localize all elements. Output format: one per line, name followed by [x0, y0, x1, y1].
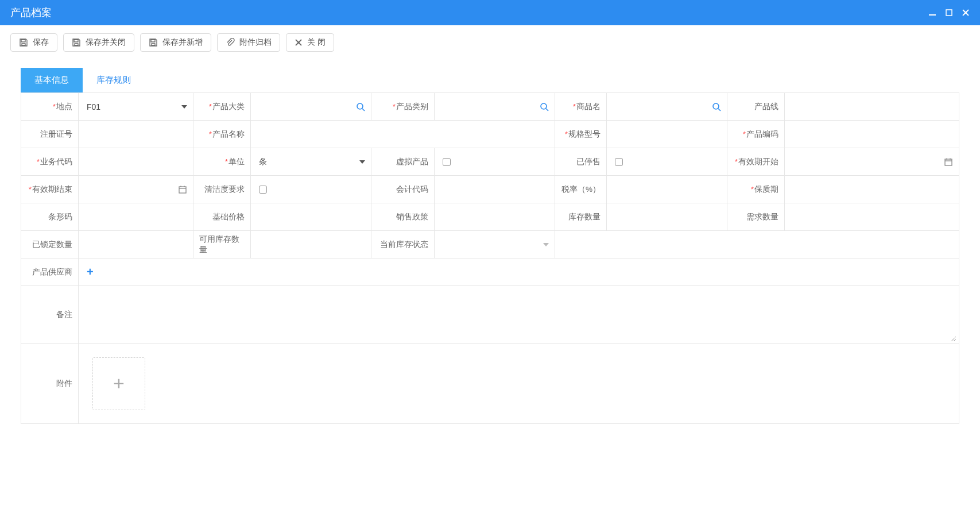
- save-icon: [149, 38, 158, 47]
- unit-select[interactable]: 条: [251, 148, 371, 176]
- shelf-life-input[interactable]: [785, 176, 959, 203]
- page-title: 产品档案: [10, 6, 52, 20]
- svg-rect-12: [945, 159, 952, 165]
- label-reg-number: 注册证号: [40, 129, 72, 140]
- label-product-line: 产品线: [754, 102, 778, 112]
- label-supplier: 产品供应商: [32, 267, 72, 277]
- label-cur-stock-state: 当前库存状态: [380, 240, 428, 250]
- close-label: 关 闭: [307, 37, 326, 48]
- label-virtual-product: 虚拟产品: [396, 157, 428, 167]
- label-base-price: 基础价格: [212, 212, 245, 222]
- stock-qty-input[interactable]: [607, 203, 727, 231]
- attachment-area: +: [79, 344, 959, 424]
- barcode-input[interactable]: [79, 203, 193, 231]
- commodity-name-lookup[interactable]: [607, 93, 727, 121]
- attachment-add-box[interactable]: +: [92, 357, 145, 410]
- label-remark: 备注: [56, 310, 72, 320]
- search-icon: [356, 102, 365, 111]
- discontinued-checkbox[interactable]: [607, 148, 727, 176]
- calendar-icon: [944, 157, 953, 167]
- window-controls: [928, 9, 970, 17]
- label-demand-qty: 需求数量: [746, 212, 778, 222]
- valid-start-date[interactable]: [785, 148, 959, 176]
- label-tax-rate: 税率（%）: [561, 184, 601, 195]
- svg-point-6: [357, 103, 363, 109]
- save-close-button[interactable]: 保存并关闭: [63, 33, 134, 52]
- svg-point-10: [713, 103, 719, 109]
- label-product-code: 产品编码: [743, 129, 778, 140]
- label-discontinued: 已停售: [576, 157, 601, 167]
- valid-end-date[interactable]: [79, 176, 193, 203]
- product-line-input[interactable]: [785, 93, 959, 121]
- label-stock-qty: 库存数量: [568, 212, 601, 222]
- virtual-product-checkbox[interactable]: [435, 148, 555, 176]
- unit-value: 条: [257, 157, 267, 167]
- label-valid-start: 有效期开始: [735, 157, 778, 167]
- save-label: 保存: [33, 37, 49, 48]
- accounting-code-input[interactable]: [435, 176, 555, 203]
- svg-rect-1: [946, 10, 952, 16]
- close-icon[interactable]: [962, 9, 970, 17]
- svg-line-20: [951, 337, 956, 341]
- title-bar: 产品档案: [0, 0, 980, 25]
- label-business-code: 业务代码: [37, 157, 72, 167]
- svg-rect-16: [179, 187, 186, 193]
- clean-req-checkbox[interactable]: [251, 176, 371, 203]
- label-locked-qty: 已锁定数量: [32, 240, 72, 250]
- svg-line-21: [954, 339, 956, 341]
- label-unit: 单位: [225, 157, 245, 167]
- save-icon: [19, 38, 28, 47]
- available-qty-input[interactable]: [251, 231, 371, 258]
- product-category-lookup[interactable]: [251, 93, 371, 121]
- svg-line-7: [362, 109, 365, 111]
- save-icon: [72, 38, 81, 47]
- base-price-input[interactable]: [251, 203, 371, 231]
- label-sales-policy: 销售政策: [396, 212, 428, 222]
- checkbox-icon: [615, 158, 623, 166]
- label-available-qty: 可用库存数量: [199, 234, 245, 255]
- save-new-button[interactable]: 保存并新增: [140, 33, 211, 52]
- maximize-icon[interactable]: [946, 9, 952, 16]
- locked-qty-input[interactable]: [79, 231, 193, 258]
- chevron-down-icon: [181, 105, 187, 109]
- tab-basic-info[interactable]: 基本信息: [21, 68, 83, 92]
- checkbox-icon: [443, 158, 451, 166]
- location-value: F01: [84, 102, 100, 111]
- save-new-label: 保存并新增: [162, 37, 203, 48]
- demand-qty-input[interactable]: [785, 203, 959, 231]
- label-valid-end: 有效期结束: [29, 184, 72, 195]
- plus-icon: +: [113, 372, 125, 395]
- calendar-icon: [178, 185, 187, 194]
- supplier-add[interactable]: +: [79, 258, 959, 286]
- label-commodity-name: 商品名: [573, 102, 601, 112]
- attach-archive-button[interactable]: 附件归档: [217, 33, 280, 52]
- checkbox-icon: [259, 186, 267, 194]
- product-type-lookup[interactable]: [435, 93, 555, 121]
- reg-number-input[interactable]: [79, 121, 193, 148]
- x-icon: [295, 38, 303, 47]
- business-code-input[interactable]: [79, 148, 193, 176]
- close-button[interactable]: 关 闭: [286, 33, 334, 52]
- cur-stock-state-select[interactable]: [435, 231, 555, 258]
- remark-textarea[interactable]: [79, 286, 959, 344]
- chevron-down-icon: [359, 160, 365, 164]
- product-name-input[interactable]: [251, 121, 555, 148]
- label-barcode: 条形码: [48, 212, 72, 222]
- sales-policy-input[interactable]: [435, 203, 555, 231]
- svg-line-11: [718, 109, 721, 111]
- search-icon: [712, 102, 721, 111]
- location-select[interactable]: F01: [79, 93, 193, 121]
- tax-rate-input[interactable]: [607, 176, 727, 203]
- tab-bar: 基本信息 库存规则: [21, 68, 959, 92]
- product-code-input[interactable]: [785, 121, 959, 148]
- spec-model-input[interactable]: [607, 121, 727, 148]
- label-product-category: 产品大类: [209, 102, 245, 112]
- svg-point-8: [541, 103, 547, 109]
- resize-handle-icon: [950, 335, 956, 342]
- svg-line-9: [546, 109, 548, 111]
- tab-stock-rules[interactable]: 库存规则: [83, 68, 145, 92]
- toolbar: 保存 保存并关闭 保存并新增 附件归档 关 闭: [0, 25, 980, 60]
- label-spec-model: 规格型号: [565, 129, 601, 140]
- minimize-icon[interactable]: [928, 9, 936, 17]
- save-button[interactable]: 保存: [10, 33, 57, 52]
